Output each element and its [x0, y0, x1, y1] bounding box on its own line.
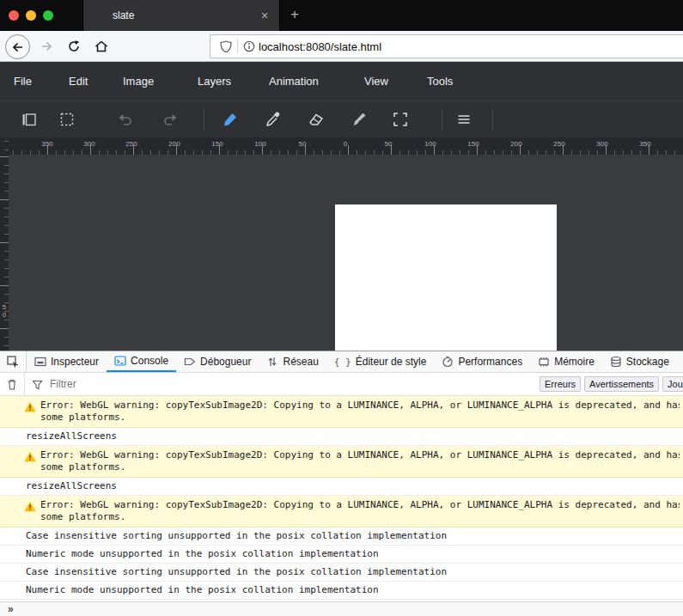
tab-title: slate	[113, 9, 257, 21]
eyedropper-tool-button[interactable]	[263, 109, 284, 130]
ruler-label: 0	[344, 140, 347, 148]
reload-icon	[67, 40, 81, 53]
frames-button[interactable]	[19, 109, 40, 130]
tab-label: Mémoire	[554, 356, 595, 368]
tab-inspecteur[interactable]: Inspecteur	[27, 351, 107, 372]
brush-tool-button[interactable]	[349, 109, 369, 130]
filter-errors-button[interactable]: Erreurs	[540, 376, 581, 392]
console-warning-row[interactable]: Error: WebGL warning: copyTexSubImage2D:…	[0, 496, 683, 528]
console-log-row[interactable]: resizeAllScreens	[0, 478, 683, 496]
navigation-bar: localhost:8080/slate.html	[0, 31, 683, 62]
ruler-label: 50	[385, 140, 393, 148]
devtools-panel: Inspecteur Console Débogueur Réseau	[0, 351, 683, 616]
menu-item-view[interactable]: View	[364, 75, 388, 88]
app-menu-button[interactable]	[454, 109, 474, 130]
console-log-row[interactable]: Case insensitive sorting unsupported in …	[0, 528, 683, 546]
performance-icon	[442, 356, 454, 368]
menu-item-image[interactable]: Image	[123, 75, 154, 88]
warning-icon	[24, 401, 36, 412]
console-log-row[interactable]: Case insensitive sorting unsupported in …	[0, 564, 683, 582]
pencil-icon	[222, 111, 239, 128]
browser-tab[interactable]: slate ×	[82, 0, 280, 31]
ruler-label: 100	[254, 140, 265, 148]
url-bar[interactable]: localhost:8080/slate.html	[210, 34, 683, 58]
tab-label: Stockage	[626, 356, 669, 368]
fullscreen-icon	[392, 111, 409, 128]
new-tab-button[interactable]: +	[290, 6, 299, 23]
debugger-icon	[184, 356, 196, 368]
tab-label: Réseau	[283, 356, 318, 368]
eraser-icon	[308, 111, 325, 128]
redo-icon	[162, 111, 179, 128]
drawing-canvas[interactable]	[335, 204, 557, 351]
tab-debogueur[interactable]: Débogueur	[176, 351, 259, 372]
filter-warnings-button[interactable]: Avertissements	[584, 376, 659, 392]
tab-console[interactable]: Console	[107, 351, 176, 372]
console-log-row[interactable]: Numeric mode unsupported in the posix co…	[0, 546, 683, 564]
selection-button[interactable]	[57, 109, 77, 130]
eraser-tool-button[interactable]	[306, 109, 326, 130]
browser-tab-bar: slate × +	[0, 0, 683, 31]
reload-button[interactable]	[62, 34, 85, 58]
menu-item-file[interactable]: File	[14, 75, 32, 88]
console-icon	[114, 355, 126, 367]
style-editor-icon: { }	[334, 357, 351, 368]
hamburger-icon	[455, 111, 473, 128]
back-button[interactable]	[5, 34, 30, 59]
tab-reseau[interactable]: Réseau	[259, 351, 326, 372]
tracking-shield-icon[interactable]	[220, 40, 232, 53]
inspector-icon	[34, 356, 46, 368]
console-filter-input[interactable]	[48, 377, 215, 391]
url-text[interactable]: localhost:8080/slate.html	[259, 40, 381, 53]
site-info-icon[interactable]	[243, 40, 255, 52]
forward-button[interactable]	[34, 34, 58, 58]
console-output[interactable]: Error: WebGL warning: copyTexSubImage2D:…	[0, 396, 683, 601]
tab-label: Débogueur	[200, 356, 251, 368]
pencil-tool-button[interactable]	[220, 109, 241, 130]
toolbar-separator	[492, 108, 493, 131]
close-window-button[interactable]	[9, 10, 19, 21]
back-arrow-icon	[11, 40, 25, 54]
tab-label: Inspecteur	[51, 356, 99, 368]
menu-item-layers[interactable]: Layers	[198, 75, 231, 88]
brush-icon	[351, 111, 368, 128]
app-menu-bar: File Edit Image Layers Animation View To…	[0, 62, 683, 101]
expand-console-icon[interactable]: »	[8, 604, 14, 614]
urlbar-separator	[237, 40, 238, 53]
tab-stockage[interactable]: Stockage	[602, 351, 677, 372]
ruler-label: 300	[596, 140, 607, 148]
tab-editeur-de-style[interactable]: { } Éditeur de style	[326, 351, 435, 372]
console-input-bar[interactable]: »	[0, 601, 683, 616]
pick-element-button[interactable]	[0, 351, 27, 372]
window-controls	[9, 10, 53, 21]
warning-icon	[24, 501, 36, 512]
console-message-text: Error: WebGL warning: copyTexSubImage2D:…	[40, 399, 680, 412]
home-icon	[95, 40, 108, 53]
redo-button[interactable]	[160, 109, 180, 130]
warning-icon	[24, 451, 36, 462]
console-log-row[interactable]: Numeric mode unsupported in the posix co…	[0, 582, 683, 600]
tab-label: Performances	[458, 356, 522, 368]
clear-console-button[interactable]	[0, 373, 25, 395]
tab-label: Éditeur de style	[356, 356, 427, 368]
tab-close-icon[interactable]: ×	[257, 9, 272, 22]
tab-memoire[interactable]: Mémoire	[530, 351, 602, 372]
tab-performances[interactable]: Performances	[434, 351, 530, 372]
zoom-window-button[interactable]	[43, 10, 53, 21]
menu-item-animation[interactable]: Animation	[269, 75, 319, 88]
ruler-label: 300	[83, 140, 95, 148]
toolbar-separator	[442, 108, 442, 131]
menu-item-edit[interactable]: Edit	[69, 75, 88, 88]
console-log-row[interactable]: resizeAllScreens	[0, 428, 683, 446]
console-warning-row[interactable]: Error: WebGL warning: copyTexSubImage2D:…	[0, 446, 683, 478]
undo-button[interactable]	[115, 109, 136, 130]
filter-log-button[interactable]: Journal	[662, 376, 683, 392]
home-button[interactable]	[89, 34, 113, 58]
minimize-window-button[interactable]	[26, 10, 36, 21]
ruler-label: 250	[125, 140, 137, 148]
memory-icon	[538, 356, 550, 368]
fullscreen-tool-button[interactable]	[390, 109, 411, 130]
menu-item-tools[interactable]: Tools	[427, 75, 453, 88]
drawing-canvas-area[interactable]	[9, 155, 683, 351]
console-warning-row[interactable]: Error: WebGL warning: copyTexSubImage2D:…	[0, 396, 683, 428]
